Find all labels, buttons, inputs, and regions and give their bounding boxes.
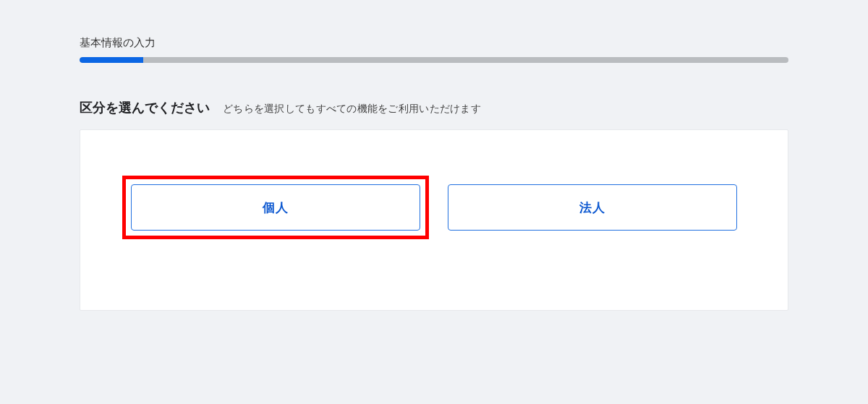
progress-fill bbox=[80, 57, 143, 63]
question-heading: 区分を選んでください bbox=[80, 99, 210, 116]
step-label: 基本情報の入力 bbox=[80, 36, 788, 50]
heading-row: 区分を選んでください どちらを選択してもすべての機能をご利用いただけます bbox=[80, 99, 788, 116]
options-panel: 個人 法人 bbox=[80, 129, 788, 311]
option-individual-button[interactable]: 個人 bbox=[131, 184, 420, 231]
progress-bar bbox=[80, 57, 788, 63]
registration-step: 基本情報の入力 区分を選んでください どちらを選択してもすべての機能をご利用いた… bbox=[0, 0, 868, 311]
option-individual-wrap: 個人 bbox=[131, 184, 420, 231]
option-corporate-button[interactable]: 法人 bbox=[448, 184, 737, 231]
question-subheading: どちらを選択してもすべての機能をご利用いただけます bbox=[223, 103, 481, 116]
option-corporate-wrap: 法人 bbox=[448, 184, 737, 231]
